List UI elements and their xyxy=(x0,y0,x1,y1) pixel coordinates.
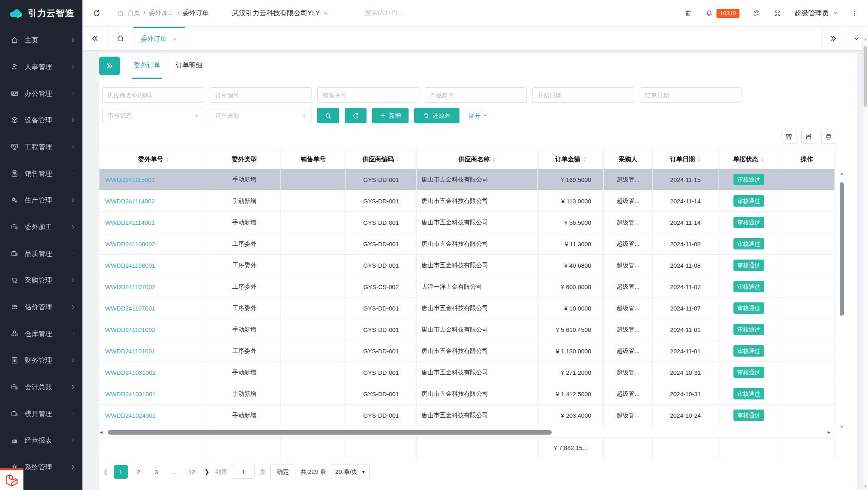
page-button-2[interactable]: 2 xyxy=(132,465,145,479)
table-vertical-scrollbar[interactable]: ▲ ▼ xyxy=(839,171,845,429)
sidebar-item-10[interactable]: 估价管理 xyxy=(0,294,82,320)
page-button-12[interactable]: 12 xyxy=(185,465,199,479)
column-header-3[interactable]: 供应商编码▲▼ xyxy=(346,150,417,169)
table-horizontal-scrollbar[interactable]: ◄ ► xyxy=(99,430,834,435)
column-settings-button[interactable] xyxy=(782,130,796,144)
column-header-4[interactable]: 供应商名称▲▼ xyxy=(417,150,538,169)
table-row[interactable]: WWDD241101001工序委外GYS-DD-001唐山市五金科技有限公司¥ … xyxy=(99,340,835,362)
table-row[interactable]: WWDD241031001手动新增GYS-DD-001唐山市五金科技有限公司¥ … xyxy=(99,383,835,405)
table-row[interactable]: WWDD241107002工序委外GYS-CS-002天津一洋五金有限公司¥ 6… xyxy=(99,276,835,298)
table-hscroll-thumb[interactable] xyxy=(108,430,552,435)
user-menu[interactable]: 超级管理员 xyxy=(794,8,838,18)
prev-page-button[interactable]: ❮ xyxy=(102,468,109,475)
order-number-link[interactable]: WWDD241115001 xyxy=(105,176,155,183)
order-number-link[interactable]: WWDD241108002 xyxy=(105,241,155,247)
scroll-down-icon[interactable]: ▼ xyxy=(863,484,868,488)
subtab-outsourcing-orders[interactable]: 委外订单 xyxy=(132,53,162,79)
notification-button[interactable]: 10310 xyxy=(705,9,739,18)
tab-home[interactable] xyxy=(107,27,133,50)
kebab-menu-icon[interactable] xyxy=(851,10,858,17)
sidebar-item-13[interactable]: 会计总账 xyxy=(0,374,82,400)
table-vscroll-thumb[interactable] xyxy=(840,182,844,316)
sidebar-item-3[interactable]: 设备管理 xyxy=(0,107,82,133)
order-number-link[interactable]: WWDD241101001 xyxy=(105,348,155,355)
column-header-9[interactable]: 操作 xyxy=(779,150,835,169)
expand-filters-link[interactable]: 展开 xyxy=(468,112,487,120)
order-number-link[interactable]: WWDD241114001 xyxy=(105,219,155,226)
order-number-link[interactable]: WWDD241108001 xyxy=(105,262,155,269)
sort-icon[interactable]: ▲▼ xyxy=(166,157,169,162)
table-row[interactable]: WWDD241108002工序委外GYS-DD-001唐山市五金科技有限公司¥ … xyxy=(99,233,835,255)
sidebar-item-0[interactable]: 主页 xyxy=(0,27,82,53)
table-row[interactable]: WWDD241024001手动新增GYS-DD-001唐山市五金科技有限公司¥ … xyxy=(99,405,835,426)
search-button[interactable] xyxy=(317,108,339,123)
company-selector[interactable]: 武汉引力云科技有限公司YLY xyxy=(232,8,329,18)
next-tabs-button[interactable] xyxy=(821,27,845,50)
filter-input-5[interactable] xyxy=(640,87,742,103)
column-header-7[interactable]: 订单日期▲▼ xyxy=(653,150,718,169)
filter-input-2[interactable] xyxy=(317,87,419,103)
sort-icon[interactable]: ▲▼ xyxy=(492,157,495,162)
order-source-select[interactable]: 订单来源▼ xyxy=(210,108,312,123)
page-button-3[interactable]: 3 xyxy=(150,465,163,479)
tab-outsourcing-orders[interactable]: 委外订单 xyxy=(133,27,185,50)
export-button[interactable] xyxy=(801,130,816,144)
scroll-down-icon[interactable]: ▼ xyxy=(839,425,845,429)
scroll-up-icon[interactable]: ▲ xyxy=(839,171,845,175)
order-number-link[interactable]: WWDD241031001 xyxy=(105,391,156,397)
filter-input-0[interactable] xyxy=(102,87,204,103)
sort-icon[interactable]: ▲▼ xyxy=(583,157,586,162)
scroll-right-icon[interactable]: ► xyxy=(827,430,831,435)
column-header-1[interactable]: 委外类型 xyxy=(208,150,281,169)
next-page-button[interactable]: ❯ xyxy=(204,468,211,475)
goto-page-input[interactable] xyxy=(232,465,255,479)
panel-expand-button[interactable] xyxy=(99,57,120,75)
sidebar-item-9[interactable]: 采购管理 xyxy=(0,267,82,294)
sidebar-item-15[interactable]: 经营报表 xyxy=(0,427,82,454)
subtab-order-details[interactable]: 订单明细 xyxy=(174,53,204,79)
sidebar-item-5[interactable]: 销售管理 xyxy=(0,160,82,187)
sidebar-item-11[interactable]: 仓库管理 xyxy=(0,320,82,347)
audit-status-select[interactable]: 审核状态▼ xyxy=(102,108,204,123)
table-row[interactable]: WWDD241101002手动新增GYS-DD-001唐山市五金科技有限公司¥ … xyxy=(99,319,835,340)
sidebar-item-14[interactable]: 模具管理 xyxy=(0,400,82,427)
column-header-8[interactable]: 单据状态▲▼ xyxy=(718,150,779,169)
order-number-link[interactable]: WWDD241107002 xyxy=(105,283,155,290)
window-scrollbar[interactable]: ▲ ▼ xyxy=(862,36,868,490)
goto-confirm-button[interactable]: 确定 xyxy=(270,465,295,479)
filter-input-1[interactable] xyxy=(210,87,312,103)
sidebar-item-1[interactable]: 人事管理 xyxy=(0,53,82,80)
scroll-left-icon[interactable]: ◄ xyxy=(99,430,103,435)
table-row[interactable]: WWDD241107001工序委外GYS-DD-001唐山市五金科技有限公司¥ … xyxy=(99,298,835,319)
breadcrumb-home[interactable]: 首页 xyxy=(127,9,140,17)
sort-icon[interactable]: ▲▼ xyxy=(697,157,701,162)
refresh-icon[interactable] xyxy=(92,9,101,18)
page-button-...[interactable]: ... xyxy=(167,465,181,479)
order-number-link[interactable]: WWDD241031002 xyxy=(105,369,156,376)
global-search-input[interactable]: 搜索(Alt+F)... xyxy=(365,9,403,17)
page-button-1[interactable]: 1 xyxy=(114,465,128,479)
sidebar-item-6[interactable]: 生产管理 xyxy=(0,187,82,213)
column-header-2[interactable]: 销售单号 xyxy=(281,150,346,169)
add-button[interactable]: 新增 xyxy=(372,108,409,123)
sidebar-item-4[interactable]: 工程管理 xyxy=(0,133,82,160)
palette-icon[interactable] xyxy=(752,9,761,17)
order-number-link[interactable]: WWDD241024001 xyxy=(105,412,156,419)
print-button[interactable] xyxy=(821,130,836,144)
restore-columns-button[interactable]: 还原列 xyxy=(414,108,459,123)
window-scroll-thumb[interactable] xyxy=(864,46,867,107)
sort-icon[interactable]: ▲▼ xyxy=(761,157,764,162)
breadcrumb-module[interactable]: 委外加工 xyxy=(148,9,174,17)
table-row[interactable]: WWDD241115001手动新增GYS-DD-001唐山市五金科技有限公司¥ … xyxy=(99,169,835,190)
table-row[interactable]: WWDD241114002手动新增GYS-DD-001唐山市五金科技有限公司¥ … xyxy=(99,190,835,212)
close-icon[interactable] xyxy=(172,36,177,42)
table-row[interactable]: WWDD241031002手动新增GYS-DD-001唐山市五金科技有限公司¥ … xyxy=(99,362,835,383)
sidebar-item-7[interactable]: 委外加工 xyxy=(0,213,82,240)
column-header-5[interactable]: 订单金额▲▼ xyxy=(538,150,604,169)
collapse-tabs-button[interactable] xyxy=(82,27,107,50)
filter-input-4[interactable] xyxy=(532,87,634,103)
sidebar-item-8[interactable]: 品质管理 xyxy=(0,240,82,267)
column-header-0[interactable]: 委外单号▲▼ xyxy=(99,150,208,169)
table-row[interactable]: WWDD241114001手动新增GYS-DD-001唐山市五金科技有限公司¥ … xyxy=(99,212,835,233)
table-row[interactable]: WWDD241108001工序委外GYS-DD-001唐山市五金科技有限公司¥ … xyxy=(99,255,835,276)
